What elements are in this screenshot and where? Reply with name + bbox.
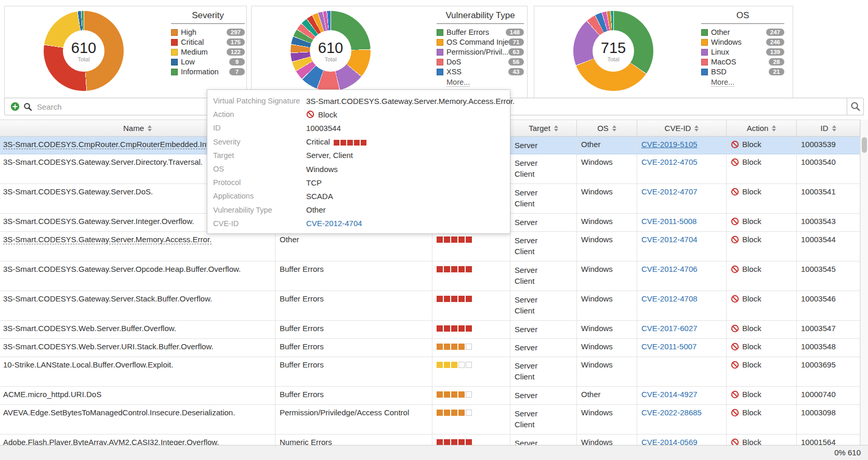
legend-item[interactable]: BSD21 [701, 67, 784, 76]
legend-more-link[interactable]: More... [446, 78, 470, 87]
signature-name[interactable]: 3S-Smart.CODESYS.Gateway.Server.Director… [3, 157, 203, 166]
legend-item[interactable]: Critical175 [171, 37, 245, 47]
cve-link[interactable]: CVE-2011-5007 [641, 342, 696, 351]
table-row[interactable]: 3S-Smart.CODESYS.Gateway.Server.Memory.A… [0, 232, 860, 261]
table-row[interactable]: 3S-Smart.CODESYS.Web.Server.URI.Stack.Bu… [0, 339, 860, 357]
legend-color-swatch [171, 49, 178, 56]
severity-donut-chart[interactable]: 610 Total [44, 11, 124, 91]
legend-item[interactable]: XSS43 [437, 67, 524, 76]
vulnerability-type-donut-chart[interactable]: 610 Total [291, 11, 371, 91]
signature-name[interactable]: 3S-Smart.CODESYS.CmpRouter.CmpRouterEmbe… [3, 140, 213, 149]
signature-name[interactable]: 3S-Smart.CODESYS.Gateway.Server.Memory.A… [3, 235, 212, 244]
signature-name[interactable]: 3S-Smart.CODESYS.Gateway.Server.Integer.… [3, 217, 194, 226]
tooltip-text-value: Windows [306, 165, 338, 174]
cve-link[interactable]: CVE-2012-4708 [641, 294, 698, 303]
signature-name[interactable]: 3S-Smart.CODESYS.Gateway.Server.Stack.Bu… [3, 294, 212, 303]
scrollbar-thumb[interactable] [862, 137, 867, 153]
legend-label: Linux [711, 48, 766, 56]
cve-link[interactable]: CVE-2012-4705 [641, 157, 698, 166]
table-row[interactable]: 10-Strike.LANState.Local.Buffer.Overflow… [0, 357, 860, 387]
signature-name[interactable]: 3S-Smart.CODESYS.Gateway.Server.DoS. [3, 187, 153, 196]
action-label: Block [742, 360, 761, 369]
target-cell: ServerClient [510, 261, 577, 291]
cve-link[interactable]: CVE-2014-0569 [641, 438, 698, 445]
column-header-cve-id[interactable]: CVE-ID [637, 120, 727, 136]
signature-name[interactable]: ACME.micro_httpd.URI.DoS [3, 390, 101, 399]
table-row[interactable]: Adobe.Flash.Player.ByteArray.AVM2.CASI32… [0, 435, 860, 445]
table-row[interactable]: AVEVA.Edge.SetBytesToManagedControl.Inse… [0, 405, 860, 435]
donut-center: 715 Total [593, 30, 634, 72]
cve-id-cell [637, 357, 727, 386]
legend-item[interactable]: Permission/Privil...63 [437, 47, 524, 57]
legend-item[interactable]: Low9 [171, 57, 245, 67]
cve-link[interactable]: CVE-2012-4707 [641, 187, 698, 196]
signature-name[interactable]: 3S-Smart.CODESYS.Gateway.Server.Opcode.H… [3, 265, 241, 273]
sort-arrows-icon [832, 125, 836, 132]
tooltip-field-label: Action [207, 110, 306, 119]
column-header-os[interactable]: OS [577, 120, 637, 136]
legend-item[interactable]: MacOS28 [701, 57, 784, 67]
tooltip-field-row: OSWindows [207, 162, 510, 176]
severity-square [458, 344, 465, 350]
action-cell-wrap: Block [727, 261, 797, 291]
vertical-scrollbar[interactable] [860, 120, 868, 445]
severity-bar [437, 325, 506, 332]
action-label: Block [742, 390, 761, 399]
severity-chart-panel: 610 Total Severity High297Critical175Med… [4, 6, 247, 99]
legend-item[interactable]: Windows246 [701, 37, 784, 47]
legend-item[interactable]: Medium122 [171, 47, 245, 57]
target-line: Server [515, 342, 572, 353]
signature-name[interactable]: 3S-Smart.CODESYS.Web.Server.URI.Stack.Bu… [3, 342, 214, 351]
cve-id-cell: CVE-2022-28685 [637, 405, 727, 434]
severity-square [347, 140, 353, 146]
table-row[interactable]: 3S-Smart.CODESYS.Web.Server.Buffer.Overf… [0, 321, 860, 339]
tooltip-cve-link[interactable]: CVE-2012-4704 [306, 219, 362, 228]
target-cell: ServerClient [510, 232, 577, 261]
legend-count-badge: 148 [506, 29, 524, 36]
cve-link[interactable]: CVE-2012-4706 [641, 265, 698, 273]
cve-link[interactable]: CVE-2011-5008 [641, 217, 696, 226]
tooltip-field-value: Windows [306, 165, 338, 174]
severity-square [451, 362, 457, 368]
legend-item[interactable]: OS Command Inje...71 [437, 37, 524, 47]
target-line: Client [515, 246, 572, 257]
add-filter-button[interactable] [10, 102, 20, 111]
legend-item[interactable]: DoS56 [437, 57, 524, 67]
signature-name[interactable]: AVEVA.Edge.SetBytesToManagedControl.Inse… [3, 408, 235, 417]
vulnerability-type-cell: Buffer Errors [275, 261, 432, 291]
column-header-id[interactable]: ID [797, 120, 860, 136]
severity-square [451, 236, 457, 243]
os-donut-chart[interactable]: 715 Total [573, 11, 653, 91]
cve-link[interactable]: CVE-2019-5105 [641, 140, 698, 149]
severity-square [466, 236, 472, 243]
signature-name[interactable]: 10-Strike.LANState.Local.Buffer.Overflow… [3, 360, 173, 369]
column-header-target[interactable]: Target [510, 120, 577, 136]
cve-link[interactable]: CVE-2014-4927 [641, 390, 698, 399]
tooltip-text-value: SCADA [306, 192, 333, 201]
severity-square [334, 140, 339, 146]
signature-name[interactable]: 3S-Smart.CODESYS.Web.Server.Buffer.Overf… [3, 324, 176, 333]
legend-label: XSS [446, 68, 508, 76]
cve-link[interactable]: CVE-2022-28685 [641, 408, 702, 417]
legend-item[interactable]: Linux139 [701, 47, 784, 57]
legend-more-link[interactable]: More... [711, 78, 734, 87]
signature-name[interactable]: Adobe.Flash.Player.ByteArray.AVM2.CASI32… [3, 438, 219, 445]
table-row[interactable]: 3S-Smart.CODESYS.Gateway.Server.Opcode.H… [0, 261, 860, 291]
severity-square [458, 296, 465, 302]
column-header-action[interactable]: Action [727, 120, 797, 136]
legend-item[interactable]: Other247 [701, 28, 784, 37]
donut-total: 610 [318, 40, 343, 56]
legend-item[interactable]: High297 [171, 28, 245, 37]
cve-link[interactable]: CVE-2017-6027 [641, 324, 698, 333]
legend-item[interactable]: Buffer Errors148 [437, 28, 524, 37]
table-row[interactable]: 3S-Smart.CODESYS.Gateway.Server.Stack.Bu… [0, 291, 860, 321]
search-submit-button[interactable] [847, 98, 864, 115]
target-line: Client [515, 198, 572, 209]
cve-id-cell: CVE-2012-4704 [637, 232, 727, 261]
legend-item[interactable]: Information7 [171, 67, 245, 76]
table-row[interactable]: ACME.micro_httpd.URI.DoSBuffer ErrorsSer… [0, 387, 860, 405]
legend-label: OS Command Inje... [446, 38, 508, 46]
sort-arrows-icon [694, 125, 699, 132]
cve-link[interactable]: CVE-2012-4704 [641, 235, 698, 244]
severity-square [444, 410, 450, 416]
